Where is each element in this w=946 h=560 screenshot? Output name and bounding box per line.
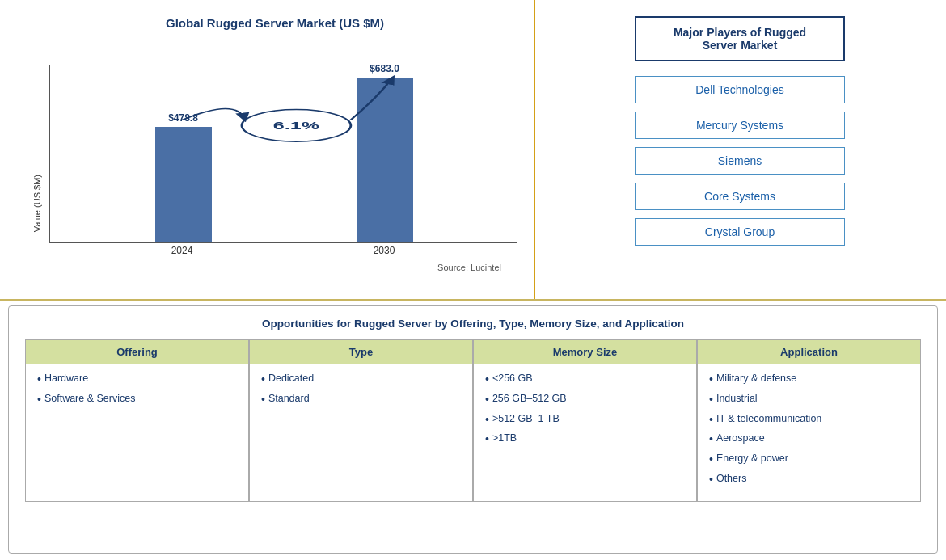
type-item-0: • Dedicated: [261, 373, 461, 386]
bullet: •: [709, 432, 713, 446]
source-text: Source: Lucintel: [437, 263, 501, 272]
player-item-3: Core Systems: [635, 183, 845, 210]
application-item-1-text: Industrial: [716, 393, 758, 404]
offering-item-1: • Software & Services: [37, 393, 237, 406]
bottom-title: Opportunities for Rugged Server by Offer…: [25, 318, 921, 330]
memory-item-0: • <256 GB: [485, 373, 685, 386]
application-item-1: • Industrial: [709, 393, 909, 406]
player-item-4: Crystal Group: [635, 218, 845, 246]
type-column: Type • Dedicated • Standard: [249, 339, 473, 502]
type-body: • Dedicated • Standard: [250, 364, 472, 501]
x-labels: 2024 2030: [49, 245, 517, 256]
bullet: •: [261, 393, 265, 406]
chart-inner: Value (US $M) $478.8 $683.0: [32, 46, 517, 256]
offering-item-0: • Hardware: [37, 373, 237, 386]
chart-area: Global Rugged Server Market (US $M) Valu…: [0, 0, 534, 299]
memory-header: Memory Size: [474, 340, 696, 364]
player-item-0: Dell Technologies: [635, 76, 845, 103]
y-axis-label: Value (US $M): [32, 175, 42, 232]
bullet: •: [485, 373, 489, 386]
bullet: •: [37, 373, 41, 386]
bullet: •: [485, 393, 489, 406]
bullet: •: [485, 413, 489, 427]
offering-body: • Hardware • Software & Services: [26, 364, 248, 501]
columns-container: Offering • Hardware • Software & Service…: [25, 339, 921, 502]
offering-header: Offering: [26, 340, 248, 364]
application-item-5-text: Others: [716, 473, 747, 484]
application-item-0-text: Military & defense: [716, 373, 796, 384]
application-item-5: • Others: [709, 473, 909, 486]
chart-plot: $478.8 $683.0 6.1%: [49, 65, 517, 256]
offering-column: Offering • Hardware • Software & Service…: [25, 339, 249, 502]
top-section: Global Rugged Server Market (US $M) Valu…: [0, 0, 946, 299]
bullet: •: [709, 393, 713, 406]
players-box-title: Major Players of Rugged Server Market: [635, 16, 845, 61]
player-item-1: Mercury Systems: [635, 112, 845, 139]
application-column: Application • Military & defense • Indus…: [697, 339, 921, 502]
x-label-2024: 2024: [154, 245, 210, 256]
bullet: •: [709, 373, 713, 386]
application-item-0: • Military & defense: [709, 373, 909, 386]
type-item-1-text: Standard: [268, 393, 310, 404]
chart-title: Global Rugged Server Market (US $M): [166, 16, 384, 30]
offering-item-1-text: Software & Services: [44, 393, 136, 404]
svg-text:6.1%: 6.1%: [273, 120, 319, 132]
memory-item-3: • >1TB: [485, 432, 685, 446]
memory-item-1: • 256 GB–512 GB: [485, 393, 685, 406]
main-container: Global Rugged Server Market (US $M) Valu…: [0, 0, 946, 560]
bottom-section: Opportunities for Rugged Server by Offer…: [8, 305, 938, 554]
application-item-2-text: IT & telecommunication: [716, 413, 821, 424]
application-item-3-text: Aerospace: [716, 432, 765, 444]
memory-item-2: • >512 GB–1 TB: [485, 413, 685, 427]
bar-2030: [357, 78, 413, 242]
cagr-arrow-svg: 6.1%: [50, 65, 517, 242]
application-item-2: • IT & telecommunication: [709, 413, 909, 427]
application-item-4-text: Energy & power: [716, 453, 788, 464]
bars-container: $478.8 $683.0 6.1%: [49, 65, 517, 243]
memory-item-0-text: <256 GB: [492, 373, 533, 384]
bullet: •: [709, 413, 713, 427]
svg-point-0: [242, 110, 351, 142]
offering-item-0-text: Hardware: [44, 373, 88, 384]
application-header: Application: [698, 340, 920, 364]
memory-item-3-text: >1TB: [492, 432, 517, 444]
x-label-2030: 2030: [356, 245, 412, 256]
bullet: •: [709, 453, 713, 466]
bar-2024: [155, 127, 212, 242]
type-header: Type: [250, 340, 472, 364]
memory-column: Memory Size • <256 GB • 256 GB–512 GB • …: [473, 339, 697, 502]
player-item-2: Siemens: [635, 147, 845, 175]
bar-value-2024: $478.8: [168, 112, 198, 124]
bullet: •: [261, 373, 265, 386]
bullet: •: [37, 393, 41, 406]
application-item-4: • Energy & power: [709, 453, 909, 466]
memory-item-2-text: >512 GB–1 TB: [492, 413, 560, 424]
application-body: • Military & defense • Industrial • IT &…: [698, 364, 920, 501]
vertical-divider: [534, 0, 535, 299]
memory-body: • <256 GB • 256 GB–512 GB • >512 GB–1 TB…: [474, 364, 696, 501]
bullet: •: [709, 473, 713, 486]
application-item-3: • Aerospace: [709, 432, 909, 446]
horizontal-divider: [0, 299, 946, 301]
bar-group-2030: $683.0: [357, 63, 413, 242]
memory-item-1-text: 256 GB–512 GB: [492, 393, 567, 404]
bullet: •: [485, 432, 489, 446]
type-item-1: • Standard: [261, 393, 461, 406]
bar-group-2024: $478.8: [155, 112, 212, 242]
type-item-0-text: Dedicated: [268, 373, 314, 384]
bar-value-2030: $683.0: [370, 63, 399, 74]
players-area: Major Players of Rugged Server Market De…: [534, 0, 946, 299]
